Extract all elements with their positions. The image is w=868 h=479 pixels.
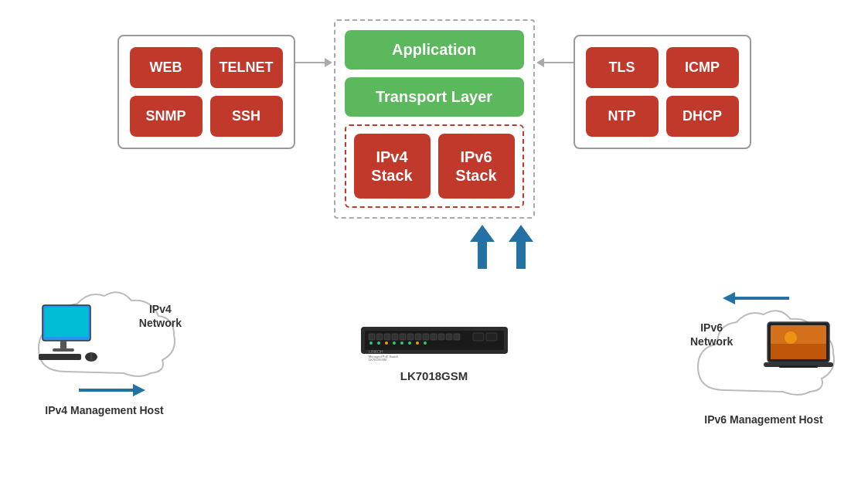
svg-text:LK7018GSM: LK7018GSM <box>369 358 386 362</box>
ipv6-arrow-line <box>735 297 789 300</box>
ipv6-network-label: IPv6Network <box>690 321 733 348</box>
ipv6-cloud-wrapper: IPv6Network <box>682 305 845 406</box>
right-connector <box>543 62 574 63</box>
svg-rect-20 <box>454 334 460 340</box>
ip-stack-row: IPv4Stack IPv6Stack <box>345 124 524 208</box>
svg-point-28 <box>408 341 411 345</box>
svg-rect-9 <box>369 334 375 340</box>
svg-rect-15 <box>415 334 421 340</box>
svg-rect-16 <box>423 334 429 340</box>
svg-rect-36 <box>771 344 826 359</box>
icmp-badge: ICMP <box>666 47 739 88</box>
svg-text:LINKOH: LINKOH <box>369 349 383 354</box>
svg-rect-10 <box>376 334 383 340</box>
left-connector-line <box>295 62 326 63</box>
left-protocol-box: WEB TELNET SNMP SSH <box>117 35 295 149</box>
svg-rect-21 <box>473 333 484 341</box>
right-connector-line <box>543 62 574 63</box>
computer-icon <box>39 304 108 365</box>
right-protocol-box: TLS ICMP NTP DHCP <box>574 35 751 149</box>
switch-area: LINKOH Managed PoE Switch LK7018GSM LK70… <box>357 321 512 382</box>
svg-rect-22 <box>486 333 497 341</box>
switch-label: LK7018GSM <box>400 369 468 382</box>
vertical-arrows <box>470 225 533 269</box>
snmp-badge: SNMP <box>130 96 203 137</box>
laptop-icon <box>764 321 841 379</box>
ssh-badge: SSH <box>210 96 283 137</box>
svg-point-24 <box>377 341 380 345</box>
svg-rect-18 <box>438 334 444 340</box>
svg-point-25 <box>385 341 388 345</box>
ipv4-stack: IPv4Stack <box>354 134 431 199</box>
svg-point-27 <box>400 341 403 345</box>
web-badge: WEB <box>130 47 203 88</box>
svg-point-29 <box>416 341 419 345</box>
svg-point-30 <box>424 341 427 345</box>
vertical-arrows-area <box>0 225 868 269</box>
svg-rect-17 <box>431 334 437 340</box>
arrow-shaft-1 <box>478 242 487 269</box>
ipv4-host-label: IPv4 Management Host <box>45 404 163 416</box>
svg-rect-1 <box>45 307 88 337</box>
bottom-section: IPv4Network IPv4 Management Host <box>0 277 868 426</box>
svg-rect-2 <box>60 341 66 348</box>
svg-rect-11 <box>384 334 390 340</box>
transport-layer: Transport Layer <box>345 77 524 117</box>
svg-rect-3 <box>53 348 74 352</box>
ipv6-host-label: IPv6 Management Host <box>704 413 822 426</box>
switch-icon: LINKOH Managed PoE Switch LK7018GSM <box>357 321 512 363</box>
top-section: WEB TELNET SNMP SSH Application Transpor… <box>0 0 868 219</box>
svg-point-37 <box>785 331 797 344</box>
arrow-up-2 <box>509 225 533 269</box>
stack-container: Application Transport Layer IPv4Stack IP… <box>334 19 535 219</box>
ipv4-cloud-wrapper: IPv4Network <box>23 287 186 387</box>
svg-rect-14 <box>407 334 414 340</box>
svg-rect-13 <box>400 334 406 340</box>
svg-rect-4 <box>39 354 81 360</box>
ipv4-arrow-line <box>79 389 133 392</box>
arrow-shaft-2 <box>516 242 526 269</box>
telnet-badge: TELNET <box>210 47 283 88</box>
svg-rect-19 <box>446 334 452 340</box>
left-connector <box>295 62 326 63</box>
ipv6-stack: IPv6Stack <box>438 134 515 199</box>
center-stack: Application Transport Layer IPv4Stack IP… <box>334 19 535 219</box>
arrow-head-2 <box>509 225 533 242</box>
dhcp-badge: DHCP <box>666 96 739 137</box>
svg-rect-12 <box>392 334 398 340</box>
ipv4-group: IPv4Network IPv4 Management Host <box>23 287 186 416</box>
application-layer: Application <box>345 30 524 70</box>
ipv4-network-label: IPv4Network <box>139 302 182 330</box>
ipv6-arrow-head <box>723 292 735 304</box>
arrow-up-1 <box>470 225 495 269</box>
tls-badge: TLS <box>586 47 659 88</box>
svg-point-23 <box>369 341 373 345</box>
ipv6-group: IPv6Network IPv6 Management Host <box>682 277 845 426</box>
svg-rect-39 <box>779 365 818 368</box>
arrow-head-1 <box>470 225 495 242</box>
svg-point-26 <box>393 341 396 345</box>
ntp-badge: NTP <box>586 96 659 137</box>
ipv6-arrow <box>723 292 789 304</box>
